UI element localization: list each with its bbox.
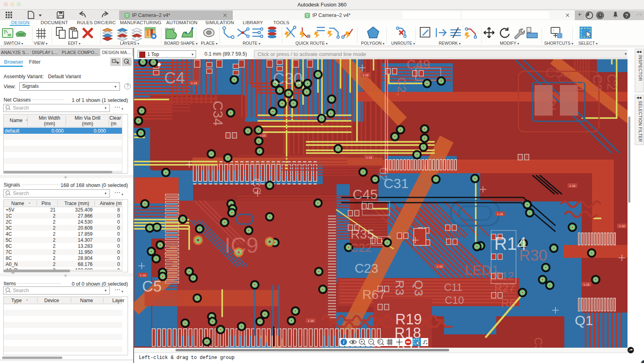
svg-text:1-16: 1-16: [436, 265, 442, 268]
svg-text:Q3: Q3: [412, 280, 425, 296]
svg-text:R30: R30: [519, 247, 547, 264]
svg-text:1-16: 1-16: [140, 274, 146, 277]
svg-text:1-16: 1-16: [569, 184, 575, 188]
svg-text:↑: ↑: [558, 34, 560, 38]
svg-text:R27: R27: [494, 282, 515, 294]
svg-text:R3: R3: [393, 280, 407, 295]
svg-text:1-16: 1-16: [362, 73, 368, 77]
svg-text:C49: C49: [407, 59, 430, 72]
svg-text:C23: C23: [355, 261, 378, 276]
svg-text:C3: C3: [590, 75, 605, 91]
svg-text:C4: C4: [164, 69, 185, 87]
svg-text:C45: C45: [353, 187, 378, 202]
svg-text:R12: R12: [493, 270, 514, 282]
svg-text:C36: C36: [532, 337, 545, 348]
svg-text:R67: R67: [362, 287, 386, 302]
svg-text:C4: C4: [572, 75, 586, 92]
svg-text:1-16: 1-16: [583, 283, 589, 286]
svg-text:C10: C10: [445, 294, 464, 306]
svg-text:?: ?: [625, 12, 628, 19]
svg-text:C5: C5: [142, 278, 162, 295]
svg-text:C11: C11: [444, 281, 462, 293]
svg-text:IC9: IC9: [225, 233, 258, 257]
svg-text:1-16: 1-16: [619, 224, 625, 228]
svg-text:C22: C22: [350, 241, 372, 254]
svg-text:C31: C31: [384, 176, 409, 191]
svg-text:C30: C30: [273, 70, 302, 87]
svg-text:C2: C2: [605, 74, 619, 90]
svg-text:C34: C34: [211, 101, 226, 126]
svg-text:1-16: 1-16: [497, 212, 503, 216]
svg-text:R6: R6: [501, 297, 516, 309]
svg-text:1-16: 1-16: [366, 156, 372, 160]
svg-text:1-16: 1-16: [308, 319, 314, 323]
svg-text:1-16: 1-16: [191, 81, 197, 85]
svg-text:C6: C6: [250, 178, 264, 193]
svg-text:L2: L2: [541, 96, 557, 113]
svg-text:↑: ↑: [553, 28, 555, 33]
svg-text:R35: R35: [351, 227, 374, 241]
svg-text:C2,: C2,: [395, 77, 409, 96]
svg-text:Q1: Q1: [575, 313, 593, 328]
